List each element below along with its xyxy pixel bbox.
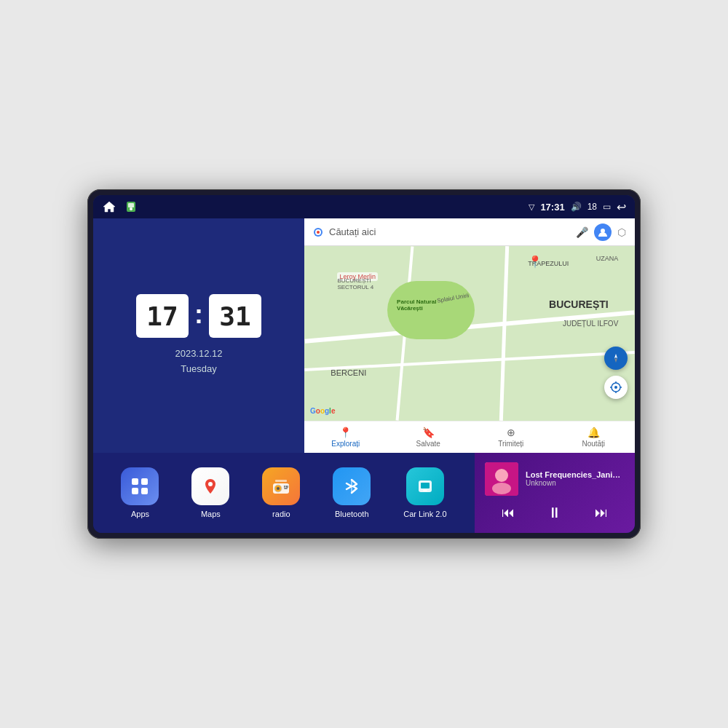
map-label-berceni: BERCENI <box>331 368 366 377</box>
svg-rect-15 <box>132 478 138 485</box>
main-area: 17 : 31 2023.12.12 Tuesday <box>93 218 635 533</box>
maps-label: Maps <box>201 510 221 518</box>
back-icon[interactable]: ↩ <box>617 200 626 214</box>
map-compass-button[interactable] <box>604 347 628 370</box>
maps-pin-icon[interactable] <box>124 199 138 214</box>
svg-point-2 <box>130 207 132 210</box>
map-park-label: Parcul NaturalVăcărești <box>397 298 436 312</box>
map-search-placeholder: Căutați aici <box>329 226 570 237</box>
music-artist: Unknown <box>526 479 625 487</box>
bluetooth-icon-img <box>333 467 371 505</box>
clock-hours: 17 <box>136 294 189 338</box>
app-icon-carlink[interactable]: Car Link 2.0 <box>403 467 446 518</box>
music-top: Lost Frequencies_Janieck Devy-... Unknow… <box>485 462 625 496</box>
user-avatar[interactable] <box>594 223 612 241</box>
clock-minutes: 31 <box>209 294 261 338</box>
app-icon-maps[interactable]: Maps <box>191 467 229 518</box>
map-bottom-nav: 📍 Explorați 🔖 Salvate ⊕ Trimiteți 🔔 <box>304 421 635 453</box>
map-label-bucuresti: BUCUREȘTI <box>549 298 609 310</box>
apps-label: Apps <box>131 510 149 518</box>
music-player: Lost Frequencies_Janieck Devy-... Unknow… <box>475 453 635 533</box>
car-screen-device: ▽ 17:31 🔊 18 ▭ ↩ 17 : 31 <box>87 189 641 539</box>
top-section: 17 : 31 2023.12.12 Tuesday <box>93 218 635 453</box>
music-play-button[interactable]: ⏸ <box>542 502 568 524</box>
music-album-art <box>485 462 518 496</box>
svg-marker-13 <box>614 354 617 358</box>
map-label-judet: JUDEȚUL ILFOV <box>563 320 618 328</box>
map-label-uzana: UZANA <box>596 255 619 262</box>
music-info: Lost Frequencies_Janieck Devy-... Unknow… <box>526 470 625 487</box>
clock-date: 2023.12.12 Tuesday <box>175 347 222 377</box>
map-locate-button[interactable] <box>604 376 628 399</box>
trimiteti-label: Trimiteți <box>498 440 523 448</box>
explorati-label: Explorați <box>331 440 360 448</box>
noutati-label: Noutăți <box>582 440 605 448</box>
svg-point-19 <box>208 482 213 486</box>
radio-label: radio <box>272 510 290 518</box>
google-logo: Google <box>310 407 335 415</box>
map-nav-trimiteti[interactable]: ⊕ Trimiteți <box>470 427 553 448</box>
battery-icon: ▭ <box>603 202 611 212</box>
app-icon-bluetooth[interactable]: Bluetooth <box>333 467 371 518</box>
apps-icon-img <box>121 467 159 505</box>
svg-rect-32 <box>423 490 427 491</box>
google-maps-logo-icon <box>313 227 323 237</box>
clock-colon: : <box>194 299 203 330</box>
svg-line-29 <box>347 486 352 489</box>
music-next-button[interactable]: ⏭ <box>589 502 614 523</box>
map-search-bar[interactable]: Căutați aici 🎤 ⬡ <box>304 218 635 246</box>
carlink-label: Car Link 2.0 <box>403 510 446 518</box>
status-bar: ▽ 17:31 🔊 18 ▭ ↩ <box>93 195 635 218</box>
svg-rect-25 <box>275 480 287 482</box>
map-canvas[interactable]: Parcul NaturalVăcărești Leroy Merlin BUC… <box>304 246 635 421</box>
svg-rect-16 <box>141 478 148 485</box>
clock-display: 17 : 31 <box>136 294 261 338</box>
music-title: Lost Frequencies_Janieck Devy-... <box>526 470 625 479</box>
svg-rect-18 <box>141 488 148 494</box>
svg-point-5 <box>317 231 320 234</box>
svg-rect-17 <box>132 488 138 494</box>
map-pin-icon: 📍 <box>528 255 542 269</box>
salvate-icon: 🔖 <box>422 427 435 438</box>
map-nav-explorati[interactable]: 📍 Explorați <box>304 427 387 448</box>
volume-icon: 🔊 <box>571 202 582 212</box>
map-background: Parcul NaturalVăcărești Leroy Merlin BUC… <box>304 246 635 421</box>
svg-rect-1 <box>128 203 134 207</box>
music-controls: ⏮ ⏸ ⏭ <box>485 502 625 524</box>
trimiteti-icon: ⊕ <box>507 427 515 438</box>
map-layers-icon[interactable]: ⬡ <box>617 226 626 238</box>
radio-icon-img: FM <box>262 467 300 505</box>
battery-level: 18 <box>587 202 597 212</box>
svg-point-22 <box>277 487 280 490</box>
map-nav-salvate[interactable]: 🔖 Salvate <box>387 427 470 448</box>
bottom-section: Apps Maps <box>93 453 635 533</box>
status-bar-right: ▽ 17:31 🔊 18 ▭ ↩ <box>529 200 626 214</box>
maps-icon-img <box>191 467 229 505</box>
svg-text:FM: FM <box>284 485 288 488</box>
status-time: 17:31 <box>540 202 564 213</box>
home-icon[interactable] <box>102 199 116 214</box>
status-bar-left <box>102 199 138 214</box>
carlink-icon-img <box>406 467 444 505</box>
app-icon-radio[interactable]: FM radio <box>262 467 300 518</box>
app-icon-apps[interactable]: Apps <box>121 467 159 518</box>
bluetooth-label: Bluetooth <box>335 510 368 518</box>
svg-point-35 <box>492 483 511 494</box>
music-prev-button[interactable]: ⏮ <box>496 502 521 523</box>
noutati-icon: 🔔 <box>587 427 600 438</box>
explorati-icon: 📍 <box>339 427 352 438</box>
svg-point-8 <box>614 386 617 389</box>
device-screen: ▽ 17:31 🔊 18 ▭ ↩ 17 : 31 <box>93 195 635 533</box>
svg-rect-31 <box>421 483 430 488</box>
voice-search-icon[interactable]: 🎤 <box>576 226 588 238</box>
map-label-sector: BUCUREȘTISECTORUL 4 <box>337 277 373 290</box>
apps-area: Apps Maps <box>93 453 475 533</box>
svg-marker-14 <box>614 358 617 363</box>
svg-point-34 <box>495 469 508 482</box>
map-area: Căutați aici 🎤 ⬡ <box>304 218 635 453</box>
map-nav-noutati[interactable]: 🔔 Noutăți <box>553 427 636 448</box>
map-road-vertical-2 <box>499 246 509 421</box>
salvate-label: Salvate <box>416 440 440 448</box>
signal-icon: ▽ <box>529 202 534 212</box>
clock-widget: 17 : 31 2023.12.12 Tuesday <box>93 218 304 453</box>
